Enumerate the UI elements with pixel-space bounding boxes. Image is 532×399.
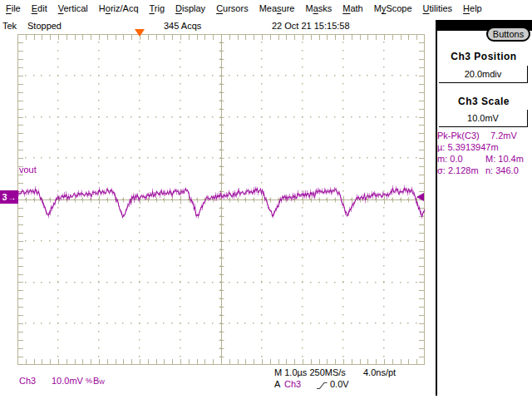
ch3-readout-label: Ch3	[19, 376, 36, 386]
min-label: m:	[437, 154, 447, 164]
menu-item-vertical[interactable]: Vertical	[58, 3, 88, 13]
buttons-button[interactable]: Buttons	[486, 27, 530, 42]
menu-item-measure[interactable]: Measure	[259, 3, 295, 13]
graticule-and-trace-canvas	[17, 34, 425, 365]
trigger-mode: A	[274, 379, 280, 389]
n-label: n:	[485, 165, 493, 175]
bandwidth-limit-indicator: BW	[93, 376, 105, 386]
channel-3-marker[interactable]: 3→	[0, 190, 18, 204]
min-value: 0.0	[450, 154, 462, 164]
menu-item-myscope[interactable]: MyScope	[374, 3, 412, 13]
menu-item-edit[interactable]: Edit	[32, 3, 47, 13]
datetime-readout: 22 Oct 21 15:15:58	[272, 21, 350, 31]
max-value: 10.4m	[498, 154, 524, 164]
channel-number: 3	[2, 192, 7, 202]
menu-item-file[interactable]: File	[6, 3, 21, 13]
menu-item-math[interactable]: Math	[342, 3, 362, 13]
tek-logo: Tek	[2, 21, 17, 31]
ch3-position-value[interactable]: 20.0mdiv	[439, 66, 528, 83]
menu-item-masks[interactable]: Masks	[305, 3, 332, 13]
measurement-max: M: 10.4m	[485, 154, 524, 164]
trigger-source: Ch3	[284, 379, 301, 389]
bw-sub: W	[99, 379, 105, 385]
mu-label: µ:	[437, 142, 445, 152]
menu-item-utilities[interactable]: Utilities	[423, 3, 452, 13]
trace-label: vout	[19, 165, 37, 175]
acquisition-state: Stopped	[27, 21, 62, 31]
menu-item-horizacq[interactable]: Horiz/Acq	[99, 3, 139, 13]
trigger-position-marker-icon[interactable]	[135, 29, 145, 37]
sigma-label: σ:	[437, 165, 446, 175]
ch3-scale-title: Ch3 Scale	[436, 96, 532, 107]
acquisition-count: 345 Acqs	[164, 21, 201, 31]
ch3-readout-scale: 10.0mV	[52, 376, 83, 386]
menu-item-help[interactable]: Help	[463, 3, 482, 13]
measurement-name: Pk-Pk(C3)	[437, 131, 480, 140]
trigger-slope-rising-icon	[317, 382, 328, 390]
measurement-stdev: σ: 2.128m	[437, 165, 479, 175]
mu-value: 5.3913947m	[447, 142, 498, 152]
ch3-scale-value[interactable]: 10.0mV	[439, 110, 528, 127]
timebase-readout: M 1.0µs 250MS/s	[274, 367, 346, 377]
max-label: M:	[485, 154, 495, 164]
menu-item-trig[interactable]: Trig	[150, 3, 165, 13]
panel-separator	[436, 31, 437, 396]
trigger-level: 0.0V	[330, 379, 349, 389]
channel-arrow-icon: →	[8, 193, 17, 202]
menu-item-display[interactable]: Display	[175, 3, 205, 13]
measurement-value: 7.2mV	[490, 131, 517, 140]
menu-item-cursors[interactable]: Cursors	[216, 3, 249, 13]
sigma-value: 2.128m	[448, 165, 479, 175]
ch3-coupling-symbol: %	[86, 377, 92, 385]
n-value: 346.0	[495, 165, 519, 175]
measurement-mean: µ: 5.3913947m	[437, 142, 499, 152]
oscilloscope-screen: FileEditVerticalHoriz/AcqTrigDisplayCurs…	[0, 0, 532, 399]
measurement-count: n: 346.0	[485, 165, 519, 175]
resolution-readout: 4.0ns/pt	[363, 367, 396, 377]
measurement-min: m: 0.0	[437, 154, 463, 164]
menu-bar: FileEditVerticalHoriz/AcqTrigDisplayCurs…	[0, 0, 532, 17]
ch3-position-title: Ch3 Position	[436, 51, 532, 62]
